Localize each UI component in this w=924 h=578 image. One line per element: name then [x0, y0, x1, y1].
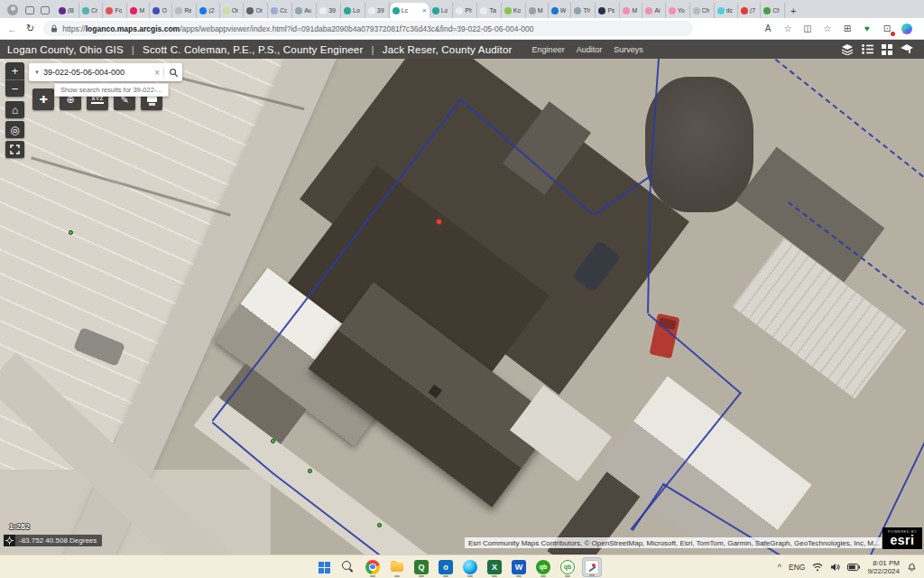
notification-bell-icon[interactable] [907, 562, 917, 572]
search-input[interactable]: 39-022-05-06-004-000 [43, 68, 151, 77]
parcel-boundary-line [594, 174, 652, 216]
browser-tab[interactable]: Ch [690, 3, 715, 18]
browser-tab[interactable]: Lo [430, 3, 454, 18]
quickbooks-alt-icon[interactable]: qb [558, 557, 578, 577]
near-me-icon[interactable]: ✚ [32, 89, 54, 110]
browser-tab[interactable]: Cr [79, 3, 103, 18]
basemap-gallery-icon[interactable] [877, 42, 897, 57]
add-favorite-star-icon[interactable]: ☆ [778, 21, 798, 37]
zoom-in-button[interactable]: + [5, 62, 24, 79]
profile-avatar-icon[interactable] [7, 5, 18, 15]
crosshair-icon[interactable] [4, 535, 15, 546]
tab-favicon [598, 7, 605, 14]
new-tab-button[interactable]: + [785, 5, 801, 18]
minimize-button[interactable] [854, 0, 877, 16]
legend-icon[interactable] [857, 42, 877, 57]
browser-tab[interactable]: Cc [268, 3, 292, 18]
browser-tab[interactable]: Or [244, 3, 268, 18]
zoom-out-button[interactable]: − [5, 79, 24, 97]
header-nav-link[interactable]: Auditor [577, 45, 603, 54]
header-nav-link[interactable]: Engineer [532, 45, 565, 54]
browser-tab[interactable]: (7 [738, 3, 761, 18]
browser-tab[interactable]: Ch [761, 3, 785, 18]
back-icon[interactable]: ← [7, 23, 17, 34]
file-explorer-icon[interactable] [387, 557, 407, 577]
outlook-icon[interactable]: o [436, 557, 456, 577]
browser-tab[interactable]: Ko [502, 3, 526, 18]
tab-favicon [717, 7, 725, 14]
read-aloud-icon[interactable]: A [758, 21, 778, 37]
browser-tab[interactable]: Fo [103, 3, 127, 18]
tab-favicon [669, 7, 676, 14]
collections-icon[interactable]: ⊞ [837, 21, 857, 37]
browser-tab[interactable]: M [526, 3, 549, 18]
browser-tab[interactable]: Lo [341, 3, 365, 18]
browser-tab[interactable]: (B [56, 3, 79, 18]
quickbooks-icon[interactable]: qb [533, 557, 553, 577]
language-indicator[interactable]: ENG [789, 563, 805, 572]
wifi-icon[interactable] [812, 563, 823, 572]
split-screen-icon[interactable]: ◫ [798, 21, 818, 37]
locate-button[interactable]: ◎ [5, 121, 24, 138]
extensions-icon[interactable]: ⊡ [877, 21, 897, 37]
measurement-icon[interactable] [897, 42, 917, 57]
battery-icon[interactable] [847, 564, 860, 571]
copilot-icon[interactable] [897, 21, 917, 37]
favorites-icon[interactable]: ☆ [818, 21, 837, 37]
close-button[interactable] [901, 0, 924, 16]
browser-tab[interactable]: 39 [317, 3, 341, 18]
volume-icon[interactable] [830, 563, 840, 572]
snipping-tool-icon[interactable] [582, 557, 602, 577]
parcel-boundary-line [211, 98, 462, 422]
tab-favicon [456, 7, 463, 14]
tab-favicon [319, 7, 327, 14]
clock[interactable]: 8:01 PM 9/22/2024 [867, 559, 900, 575]
tab-search-icon[interactable] [41, 6, 50, 14]
browser-tabs: (B Cr Fo M O [56, 3, 785, 18]
running-indicator [370, 575, 375, 577]
browser-tab[interactable]: (2 [197, 3, 219, 18]
tab-favicon [504, 7, 512, 14]
workspaces-icon[interactable] [25, 6, 34, 14]
browser-tab[interactable]: Th [571, 3, 596, 18]
tray-expand-icon[interactable]: ^ [778, 563, 781, 572]
browser-tab[interactable]: Ai [642, 3, 665, 18]
maximize-button[interactable] [877, 0, 901, 16]
map-canvas[interactable]: + − ⌂ ◎ ▼ 39-022-05-06-004-000 × Show se… [0, 59, 924, 555]
tab-favicon [693, 7, 700, 14]
quicken-icon[interactable]: Q [411, 557, 431, 577]
tab-close-icon[interactable]: × [420, 6, 427, 14]
refresh-icon[interactable]: ↻ [26, 23, 34, 34]
search-submit-button[interactable] [164, 68, 182, 78]
browser-tab[interactable]: Or [220, 3, 245, 18]
browser-tab[interactable]: Ph [453, 3, 477, 18]
browser-tab[interactable]: dc [715, 3, 738, 18]
word-icon[interactable]: W [509, 557, 529, 577]
start-button[interactable] [314, 557, 334, 577]
taskbar-search-button[interactable] [338, 557, 358, 577]
layers-icon[interactable] [837, 42, 857, 57]
browser-tab[interactable]: W [549, 3, 572, 18]
tab-favicon [246, 7, 254, 14]
browser-tab[interactable]: Yo [666, 3, 690, 18]
browser-tab[interactable]: Ta [477, 3, 501, 18]
browser-tab[interactable]: 39 [365, 3, 390, 18]
search-result-marker [437, 219, 441, 224]
edge-icon[interactable] [460, 557, 480, 577]
header-nav-link[interactable]: Surveys [614, 45, 643, 54]
home-button[interactable]: ⌂ [5, 101, 24, 118]
browser-tab[interactable]: M [620, 3, 642, 18]
search-dropdown-icon[interactable]: ▼ [29, 70, 43, 75]
browser-tab[interactable]: M [127, 3, 150, 18]
search-clear-icon[interactable]: × [151, 68, 163, 78]
browser-tab[interactable]: Au [292, 3, 317, 18]
browser-tab[interactable]: Lc × [390, 3, 430, 18]
browser-tab[interactable]: O [150, 3, 172, 18]
chrome-icon[interactable] [363, 557, 383, 577]
excel-icon[interactable]: X [485, 557, 504, 577]
url-input[interactable]: https://loganco.maps.arcgis.com/apps/web… [43, 21, 693, 36]
browser-tab[interactable]: Ps [596, 3, 620, 18]
browser-essentials-icon[interactable]: ♥ [857, 21, 877, 37]
browser-tab[interactable]: Re [172, 3, 197, 18]
extent-button[interactable] [5, 141, 24, 158]
